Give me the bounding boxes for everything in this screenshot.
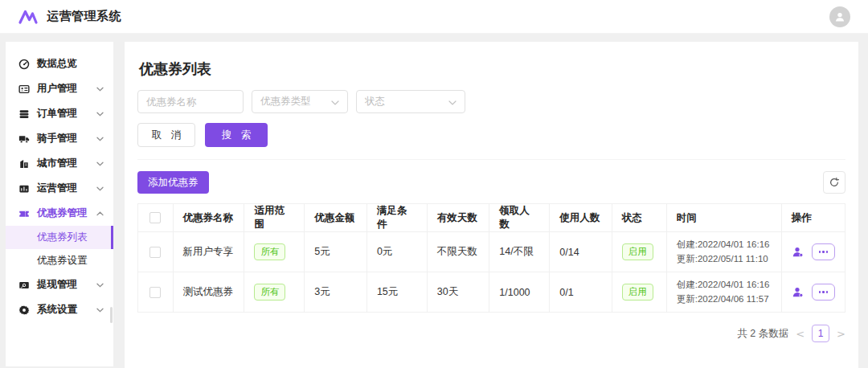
app-logo-icon	[18, 9, 39, 25]
cell-amount: 3元	[305, 272, 367, 313]
updated-time: 更新:2022/04/06 11:57	[677, 292, 772, 307]
pagination: 共 2 条数据 < 1 >	[137, 325, 845, 342]
status-badge: 启用	[622, 284, 653, 301]
col-header-valid-days: 有效天数	[427, 204, 489, 232]
sidebar-scrollbar[interactable]	[110, 307, 113, 323]
cancel-button[interactable]: 取 消	[137, 123, 195, 147]
cell-coupon-name: 测试优惠券	[173, 272, 244, 313]
operations-icon	[18, 182, 30, 194]
search-button[interactable]: 搜 索	[205, 123, 268, 147]
table-row: 测试优惠券 所有 3元 15元 30天 1/1000 0/1 启用 创建:202…	[138, 272, 845, 313]
section-divider	[137, 159, 845, 160]
chevron-down-icon	[96, 308, 104, 313]
cell-received: 14/不限	[489, 232, 550, 272]
refresh-button[interactable]	[823, 171, 845, 194]
truck-icon	[18, 133, 30, 145]
sidebar-item-operations-management[interactable]: 运营管理	[6, 176, 113, 201]
sidebar-item-label: 订单管理	[37, 107, 77, 121]
cell-used: 0/1	[550, 272, 612, 313]
cell-amount: 5元	[305, 232, 367, 272]
gear-icon	[18, 304, 30, 316]
id-card-icon	[18, 83, 30, 95]
assign-user-icon[interactable]	[792, 246, 805, 259]
col-header-time: 时间	[666, 204, 781, 232]
col-header-amount: 优惠金额	[305, 204, 367, 232]
select-all-checkbox[interactable]	[149, 212, 161, 223]
sidebar-item-label: 数据总览	[37, 57, 77, 71]
table-row: 新用户专享 所有 5元 0元 不限天数 14/不限 0/14 启用 创建:202…	[138, 232, 845, 272]
user-avatar[interactable]	[829, 6, 850, 27]
building-icon	[18, 157, 30, 170]
table-toolbar: 添加优惠券	[137, 171, 845, 194]
filter-bar: 优惠券类型 状态	[137, 90, 845, 113]
dashboard-icon	[18, 58, 30, 70]
sidebar-item-order-management[interactable]: 订单管理	[6, 101, 113, 126]
sidebar-item-label: 骑手管理	[37, 132, 77, 145]
cell-received: 1/1000	[489, 272, 550, 313]
ticket-icon	[18, 207, 30, 219]
sidebar-item-label: 提现管理	[37, 278, 77, 292]
sidebar-item-label: 城市管理	[37, 157, 77, 170]
sidebar-item-city-management[interactable]: 城市管理	[6, 151, 113, 176]
scope-badge: 所有	[254, 284, 285, 301]
cell-coupon-name: 新用户专享	[173, 232, 244, 272]
sidebar-item-label: 运营管理	[37, 182, 77, 195]
prev-page-button[interactable]: <	[796, 328, 805, 340]
withdraw-icon	[18, 279, 30, 291]
pagination-total: 共 2 条数据	[737, 327, 788, 341]
chevron-down-icon	[448, 96, 457, 108]
created-time: 创建:2022/04/01 16:16	[677, 278, 772, 292]
row-checkbox[interactable]	[149, 287, 161, 298]
updated-time: 更新:2022/05/11 11:10	[677, 252, 772, 267]
order-list-icon	[18, 108, 30, 120]
cell-valid-days: 30天	[427, 272, 489, 313]
status-select[interactable]: 状态	[356, 90, 465, 113]
more-actions-button[interactable]	[812, 284, 835, 301]
add-coupon-button[interactable]: 添加优惠券	[137, 171, 209, 194]
coupon-name-input[interactable]	[137, 90, 244, 113]
scope-badge: 所有	[254, 243, 285, 260]
chevron-down-icon	[96, 87, 104, 92]
filter-actions: 取 消 搜 索	[137, 123, 845, 147]
chevron-down-icon	[96, 162, 104, 166]
sidebar-item-label: 用户管理	[37, 82, 77, 96]
main-content: 优惠券列表 优惠券类型 状态 取 消 搜 索 添加优惠券 优惠	[125, 42, 858, 368]
status-placeholder: 状态	[365, 95, 385, 108]
sidebar-item-user-management[interactable]: 用户管理	[6, 76, 113, 101]
page-number-button[interactable]: 1	[812, 325, 829, 342]
sidebar-item-withdraw-management[interactable]: 提现管理	[6, 272, 113, 297]
sidebar-subitem-label: 优惠券设置	[37, 254, 88, 268]
row-actions	[792, 284, 835, 301]
chevron-down-icon	[96, 283, 104, 288]
created-time: 创建:2022/04/01 16:16	[677, 238, 772, 252]
cell-condition: 15元	[366, 272, 427, 313]
chevron-down-icon	[96, 112, 104, 117]
coupon-type-placeholder: 优惠券类型	[260, 95, 311, 108]
chevron-up-icon	[96, 211, 104, 216]
next-page-button[interactable]: >	[837, 328, 845, 340]
app-title: 运营管理系统	[47, 9, 121, 24]
sidebar-item-data-overview[interactable]: 数据总览	[6, 51, 113, 76]
top-bar: 运营管理系统	[0, 0, 868, 34]
cell-valid-days: 不限天数	[427, 232, 489, 272]
chevron-down-icon	[96, 137, 104, 141]
sidebar-subitem-coupon-list[interactable]: 优惠券列表	[6, 226, 113, 249]
cell-used: 0/14	[550, 232, 612, 272]
row-actions	[792, 243, 835, 260]
sidebar-item-coupon-management[interactable]: 优惠券管理	[6, 201, 113, 226]
col-header-used: 使用人数	[550, 204, 612, 232]
row-checkbox[interactable]	[149, 247, 161, 258]
coupon-type-select[interactable]: 优惠券类型	[252, 90, 348, 113]
sidebar-item-system-settings[interactable]: 系统设置	[6, 297, 113, 322]
coupon-table: 优惠券名称 适用范围 优惠金额 满足条件 有效天数 领取人数 使用人数 状态 时…	[137, 203, 845, 313]
assign-user-icon[interactable]	[792, 286, 805, 299]
cell-condition: 0元	[366, 232, 427, 272]
sidebar-item-rider-management[interactable]: 骑手管理	[6, 126, 113, 151]
sidebar-subitem-coupon-settings[interactable]: 优惠券设置	[6, 249, 113, 272]
chevron-down-icon	[331, 96, 339, 108]
col-header-actions: 操作	[781, 204, 845, 232]
table-header-row: 优惠券名称 适用范围 优惠金额 满足条件 有效天数 领取人数 使用人数 状态 时…	[138, 204, 845, 232]
col-header-condition: 满足条件	[366, 204, 427, 232]
page-title: 优惠券列表	[139, 59, 845, 79]
more-actions-button[interactable]	[812, 243, 835, 260]
